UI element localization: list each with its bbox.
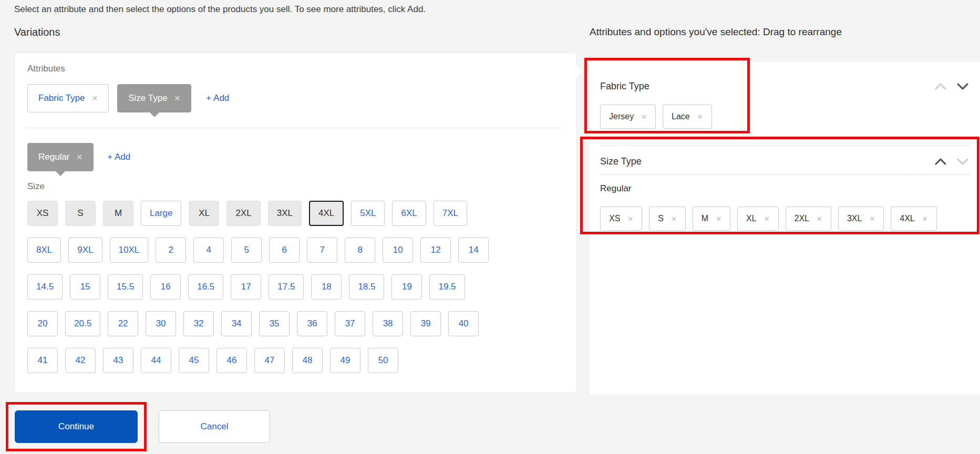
remove-icon[interactable]: ✕	[764, 215, 770, 223]
reorder-controls	[934, 157, 969, 167]
remove-icon[interactable]: ✕	[174, 94, 181, 102]
size-option-15[interactable]: 15	[70, 274, 100, 300]
size-option-14.5[interactable]: 14.5	[27, 274, 63, 300]
size-option-2xl[interactable]: 2XL	[226, 201, 260, 226]
selected-option-lace[interactable]: Lace✕	[663, 105, 712, 129]
size-option-18[interactable]: 18	[311, 274, 342, 300]
selected-option-jersey[interactable]: Jersey✕	[600, 105, 656, 129]
move-up-icon[interactable]	[934, 81, 947, 91]
size-option-4xl[interactable]: 4XL	[309, 201, 344, 226]
remove-icon[interactable]: ✕	[92, 94, 98, 102]
size-option-22[interactable]: 22	[108, 311, 138, 336]
size-type-regular-chip[interactable]: Regular✕	[27, 143, 94, 171]
remove-icon[interactable]: ✕	[627, 215, 633, 223]
remove-icon[interactable]: ✕	[817, 215, 822, 223]
size-option-16[interactable]: 16	[150, 274, 181, 300]
size-option-xl[interactable]: XL	[189, 201, 219, 226]
size-option-34[interactable]: 34	[221, 311, 252, 336]
move-up-icon[interactable]	[934, 157, 947, 167]
size-option-s[interactable]: S	[65, 201, 96, 226]
group-divider	[600, 174, 969, 175]
option-label: XS	[609, 214, 620, 223]
remove-icon[interactable]: ✕	[869, 215, 875, 223]
size-option-3xl[interactable]: 3XL	[268, 201, 302, 226]
selected-option-2xl[interactable]: 2XL✕	[786, 207, 831, 231]
option-label: 4XL	[900, 214, 914, 223]
size-option-19.5[interactable]: 19.5	[429, 274, 465, 300]
size-option-2[interactable]: 2	[156, 238, 186, 263]
attribute-size-type-chip[interactable]: Size Type✕	[117, 84, 191, 112]
size-option-4[interactable]: 4	[193, 238, 224, 263]
size-option-42[interactable]: 42	[65, 348, 96, 373]
size-option-50[interactable]: 50	[368, 348, 398, 373]
size-option-9xl[interactable]: 9XL	[68, 238, 102, 263]
remove-icon[interactable]: ✕	[77, 153, 83, 161]
size-option-43[interactable]: 43	[103, 348, 133, 373]
size-option-46[interactable]: 46	[216, 348, 247, 373]
size-option-5[interactable]: 5	[231, 238, 262, 263]
size-option-7xl[interactable]: 7XL	[434, 201, 467, 226]
size-option-39[interactable]: 39	[410, 311, 441, 336]
size-options-grid: XSSMLargeXL2XL3XL4XL5XL6XL7XL8XL9XL10XL2…	[27, 201, 563, 373]
continue-button[interactable]: Continue	[15, 410, 138, 443]
remove-icon[interactable]: ✕	[697, 113, 703, 121]
move-down-icon[interactable]	[956, 81, 969, 91]
size-option-14[interactable]: 14	[458, 238, 489, 263]
option-label: 3XL	[847, 214, 862, 223]
size-option-40[interactable]: 40	[448, 311, 479, 336]
selected-option-3xl[interactable]: 3XL✕	[838, 207, 884, 231]
add-size-type-link[interactable]: + Add	[107, 152, 130, 162]
add-attribute-link[interactable]: + Add	[206, 93, 229, 104]
size-option-45[interactable]: 45	[179, 348, 209, 373]
size-option-41[interactable]: 41	[27, 348, 58, 373]
size-option-15.5[interactable]: 15.5	[108, 274, 143, 300]
page-instruction: Select an attribute and then select the …	[14, 4, 426, 15]
selected-attributes-panel: Fabric TypeJersey✕Lace✕Size TypeRegularX…	[590, 62, 980, 395]
remove-icon[interactable]: ✕	[671, 215, 677, 223]
size-option-8[interactable]: 8	[345, 238, 375, 263]
size-option-large[interactable]: Large	[141, 201, 181, 226]
size-option-17[interactable]: 17	[231, 274, 261, 300]
size-option-48[interactable]: 48	[292, 348, 323, 373]
size-option-6xl[interactable]: 6XL	[392, 201, 426, 226]
size-option-20[interactable]: 20	[27, 311, 58, 336]
attribute-fabric-type-chip[interactable]: Fabric Type✕	[27, 84, 109, 112]
size-option-8xl[interactable]: 8XL	[27, 238, 61, 263]
size-row-5: 41424344454647484950	[27, 348, 563, 373]
size-option-m[interactable]: M	[103, 201, 133, 226]
size-option-36[interactable]: 36	[297, 311, 327, 336]
cancel-button[interactable]: Cancel	[159, 410, 270, 443]
size-option-47[interactable]: 47	[254, 348, 285, 373]
size-option-12[interactable]: 12	[420, 238, 451, 263]
size-row-2: 8XL9XL10XL245678101214	[27, 238, 563, 263]
attribute-chip-row: Fabric Type✕Size Type✕ + Add	[27, 81, 563, 115]
size-option-19[interactable]: 19	[391, 274, 422, 300]
size-option-37[interactable]: 37	[335, 311, 365, 336]
remove-icon[interactable]: ✕	[716, 215, 721, 223]
size-option-38[interactable]: 38	[373, 311, 403, 336]
size-option-30[interactable]: 30	[146, 311, 176, 336]
move-down-icon[interactable]	[956, 157, 969, 167]
size-option-10[interactable]: 10	[383, 238, 413, 263]
size-option-35[interactable]: 35	[259, 311, 290, 336]
size-option-xs[interactable]: XS	[27, 201, 58, 226]
selected-option-xs[interactable]: XS✕	[600, 207, 642, 231]
size-option-16.5[interactable]: 16.5	[188, 274, 223, 300]
size-option-5xl[interactable]: 5XL	[351, 201, 385, 226]
selected-option-xl[interactable]: XL✕	[737, 207, 778, 231]
size-option-20.5[interactable]: 20.5	[65, 311, 100, 336]
size-option-10xl[interactable]: 10XL	[110, 238, 149, 263]
size-option-7[interactable]: 7	[307, 238, 337, 263]
remove-icon[interactable]: ✕	[922, 215, 928, 223]
size-option-6[interactable]: 6	[269, 238, 300, 263]
selected-option-4xl[interactable]: 4XL✕	[891, 207, 936, 231]
size-option-18.5[interactable]: 18.5	[349, 274, 384, 300]
selected-section-size-type: Size TypeRegularXS✕S✕M✕XL✕2XL✕3XL✕4XL✕	[600, 156, 969, 231]
size-option-49[interactable]: 49	[330, 348, 360, 373]
size-option-44[interactable]: 44	[141, 348, 171, 373]
size-option-17.5[interactable]: 17.5	[269, 274, 304, 300]
selected-option-m[interactable]: M✕	[693, 207, 730, 231]
size-option-32[interactable]: 32	[183, 311, 214, 336]
selected-option-s[interactable]: S✕	[649, 207, 686, 231]
remove-icon[interactable]: ✕	[641, 113, 647, 121]
